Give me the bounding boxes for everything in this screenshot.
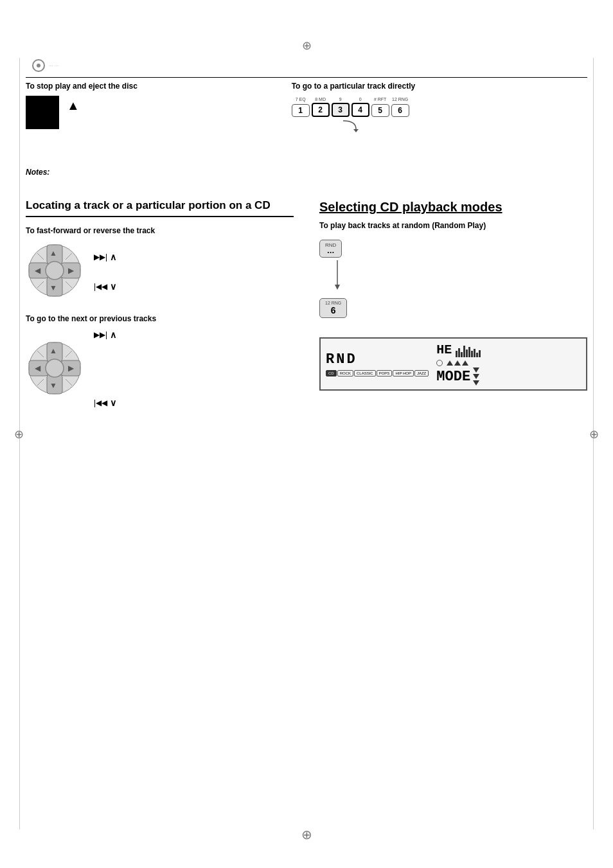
he-eq-row: HE: [436, 342, 481, 357]
tab-jazz: JAZZ: [414, 370, 429, 376]
next-previous-label: To go to the next or previous tracks: [26, 314, 294, 323]
reverse-skip-icon: |◀◀: [94, 282, 107, 291]
tab-cd: CD: [326, 370, 337, 376]
track-btn-6: 6: [391, 104, 409, 117]
color-calibration-bars: ⊕: [0, 39, 613, 53]
eq-bar-3: [461, 352, 463, 357]
triangle-up-1: [447, 360, 453, 366]
svg-text:▼: ▼: [49, 283, 57, 292]
left-border-line: [19, 58, 20, 829]
track-pointer-arrow: [324, 120, 587, 134]
remote-rnd-label: RND: [325, 242, 336, 248]
top-reg-area: ··· ···: [32, 59, 58, 72]
right-reg-mark: ⊕: [589, 427, 599, 441]
notes-label: Notes:: [26, 168, 49, 177]
nav-previous-down: |◀◀ ∨: [94, 398, 116, 408]
down-connector: [332, 260, 587, 294]
mode-left-panel: RND CD ROCK CLASSIC POPS HIP HOP JAZZ: [326, 351, 429, 376]
fast-forward-nav: ▶▶| ∧ |◀◀ ∨: [94, 252, 116, 292]
down-arrow-icon: ∨: [110, 281, 116, 292]
left-main-section: Locating a track or a particular portion…: [26, 199, 294, 408]
svg-text:◀: ◀: [35, 266, 41, 275]
remote-btn-6: 12 RNG 6: [319, 298, 347, 318]
right-section-heading: Selecting CD playback modes: [319, 199, 587, 215]
forward-skip-icon: ▶▶|: [94, 252, 107, 261]
eq-bars: [456, 343, 481, 357]
track-directly-section: To go to a particular track directly 7 E…: [292, 81, 587, 134]
black-square-image: [26, 96, 59, 129]
svg-text:▲: ▲: [49, 346, 57, 355]
tab-rock: ROCK: [337, 370, 353, 376]
svg-text:◀: ◀: [35, 364, 41, 373]
eq-bar-8: [474, 349, 475, 357]
svg-text:▶: ▶: [68, 364, 75, 373]
left-reg-mark: ⊕: [14, 427, 24, 441]
triangle-down-2: [473, 374, 479, 379]
remote-rnd-dots: • • •: [327, 249, 333, 255]
mode-text-row: MODE: [436, 368, 479, 385]
circle-indicator: [436, 360, 443, 366]
right-main-section: Selecting CD playback modes To play back…: [319, 199, 587, 408]
remote-rng-label: 12 RNG: [325, 301, 341, 305]
track-btn-5: 5: [371, 104, 389, 117]
mode-tabs-row: CD ROCK CLASSIC POPS HIP HOP JAZZ: [326, 370, 429, 376]
remote-btn-6-num: 6: [331, 305, 336, 315]
dpad-fast-forward: ▲ ▼ ◀ ▶: [26, 242, 84, 301]
random-play-label: To play back tracks at random (Random Pl…: [319, 221, 587, 230]
dpad-next-previous: ▲ ▼ ◀ ▶: [26, 339, 84, 399]
triangle-up-3: [462, 360, 468, 366]
stop-eject-section: To stop play and eject the disc ▲: [26, 81, 272, 134]
left-section-rule: [26, 216, 294, 217]
bottom-reg-mark: ⊕: [301, 827, 312, 842]
top-rule: [26, 77, 587, 78]
eq-bar-1: [456, 351, 458, 357]
eq-bar-4: [463, 346, 465, 357]
notes-area: Notes:: [26, 167, 49, 177]
next-up-icon: ∧: [110, 330, 116, 340]
reg-circle: [32, 59, 45, 72]
eq-bar-9: [476, 353, 478, 357]
stop-eject-label: To stop play and eject the disc: [26, 82, 138, 91]
svg-text:▼: ▼: [49, 381, 57, 390]
main-two-col: Locating a track or a particular portion…: [26, 199, 587, 408]
mode-right-panel: HE: [436, 342, 481, 385]
svg-text:▲: ▲: [49, 249, 57, 258]
rnd-display-text: RND: [326, 351, 357, 368]
nav-next-up: ▶▶| ∧: [94, 330, 116, 340]
triangle-down-1: [473, 368, 479, 373]
svg-marker-0: [353, 129, 359, 132]
he-display: HE: [436, 342, 452, 357]
tab-pops: POPS: [377, 370, 393, 376]
track-buttons-area: 7 EQ 8 MD 9 0 # RFT 12 RNG 1 2 3 4 5 6: [292, 97, 587, 134]
dot-pattern: ··· ···: [49, 63, 58, 69]
svg-point-20: [46, 359, 64, 377]
crosshair-top-center: ⊕: [302, 39, 312, 53]
prev-down-icon: ∨: [110, 398, 116, 408]
down-triangles: [473, 368, 479, 385]
svg-marker-29: [335, 285, 340, 290]
tab-hiphop: HIP HOP: [393, 370, 414, 376]
nav-forward-up: ▶▶| ∧: [94, 252, 116, 262]
svg-text:▶: ▶: [68, 266, 75, 275]
prev-skip-icon: |◀◀: [94, 398, 107, 407]
reg-dot: [37, 64, 40, 67]
remote-btn-rnd: RND • • •: [319, 240, 342, 258]
track-btn-2: 2: [312, 103, 330, 117]
stop-eject-content: ▲: [26, 96, 272, 129]
up-arrow-icon: ∧: [110, 252, 116, 262]
track-btn-4: 4: [351, 103, 369, 117]
triangle-row: [436, 360, 468, 366]
eq-bar-5: [466, 350, 468, 357]
top-instructions: To stop play and eject the disc ▲ To go …: [26, 81, 587, 134]
eq-bar-10: [479, 350, 481, 357]
svg-point-6: [46, 261, 64, 279]
up-triangles: [447, 360, 468, 366]
mode-display-panel: RND CD ROCK CLASSIC POPS HIP HOP JAZZ HE: [319, 337, 587, 391]
eq-bar-6: [468, 347, 470, 357]
track-directly-label: To go to a particular track directly: [292, 82, 416, 91]
track-btn-1: 1: [292, 104, 310, 117]
tab-classic: CLASSIC: [354, 370, 376, 376]
eq-bar-2: [458, 348, 460, 357]
eq-bar-7: [471, 351, 473, 357]
triangle-up-2: [454, 360, 461, 366]
